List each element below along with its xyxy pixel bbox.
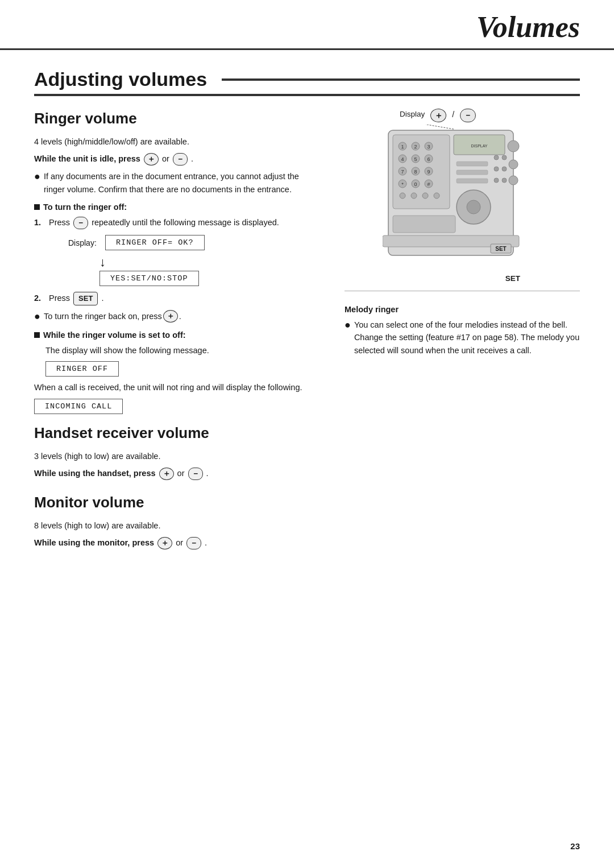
svg-text:8: 8 xyxy=(414,169,417,175)
svg-point-37 xyxy=(494,167,499,171)
top-plus-btn: ＋ xyxy=(430,109,446,122)
when-call-text: When a call is received, the unit will n… xyxy=(34,381,322,394)
bullet-dot: ● xyxy=(34,170,40,183)
melody-bullet-dot: ● xyxy=(345,319,351,332)
fax-machine-svg: 1 2 3 4 5 6 xyxy=(383,125,542,290)
svg-point-39 xyxy=(494,178,499,183)
handset-instruction: While using the handset, press ＋ or － . xyxy=(34,467,322,480)
plus-button-back-on: ＋ xyxy=(163,310,178,323)
svg-rect-43 xyxy=(457,179,488,183)
svg-point-28 xyxy=(422,193,428,199)
handset-plus-btn: ＋ xyxy=(159,468,174,480)
top-minus-btn: － xyxy=(460,109,476,122)
svg-point-45 xyxy=(467,200,480,214)
monitor-minus-btn: － xyxy=(186,537,201,549)
step1-minus-button: － xyxy=(73,217,88,229)
handset-intro: 3 levels (high to low) are available. xyxy=(34,450,322,462)
svg-text:DISPLAY: DISPLAY xyxy=(471,144,487,148)
display-incoming-call-container: INCOMING CALL xyxy=(34,399,322,414)
svg-rect-46 xyxy=(393,216,455,233)
melody-section: Melody ringer ● You can select one of th… xyxy=(345,305,580,360)
svg-text:1: 1 xyxy=(401,144,404,150)
svg-point-32 xyxy=(508,140,519,152)
display-label-top: Display xyxy=(400,110,425,118)
svg-text:3: 3 xyxy=(427,144,430,150)
black-square-icon xyxy=(34,204,40,210)
svg-text:#: # xyxy=(427,181,430,187)
set-button-step2: SET xyxy=(73,292,98,305)
monitor-plus-btn: ＋ xyxy=(157,537,172,549)
black-square-icon-2 xyxy=(34,332,40,338)
svg-point-35 xyxy=(494,155,499,160)
svg-text:SET: SET xyxy=(495,246,506,252)
melody-text: You can select one of the four melodies … xyxy=(354,319,580,357)
svg-text:0: 0 xyxy=(414,181,417,187)
melody-title: Melody ringer xyxy=(345,305,580,314)
display-ringer-off-container: RINGER OFF xyxy=(45,361,322,377)
svg-text:5: 5 xyxy=(414,156,417,162)
svg-point-40 xyxy=(502,178,507,183)
handset-volume-heading: Handset receiver volume xyxy=(34,424,322,442)
display-box-2: YES:SET/NO:STOP xyxy=(99,271,199,286)
idle-instruction: While the unit is idle, press ＋ or － . xyxy=(34,152,322,166)
svg-text:4: 4 xyxy=(401,156,404,162)
display-box-1: RINGER OFF= OK? xyxy=(105,235,205,250)
monitor-intro: 8 levels (high to low) are available. xyxy=(34,519,322,532)
device-illustration-container: Display ＋ / － xyxy=(383,110,542,283)
ringer-intro: 4 levels (high/middle/low/off) are avail… xyxy=(34,135,322,148)
ringer-off-heading: To turn the ringer off: xyxy=(34,202,322,212)
page-number: 23 xyxy=(570,841,580,851)
ringer-volume-heading: Ringer volume xyxy=(34,110,322,127)
svg-rect-41 xyxy=(457,162,488,166)
section-title: Adjusting volumes xyxy=(34,68,580,96)
svg-text:9: 9 xyxy=(427,169,430,175)
step-2: 2. Press SET . xyxy=(34,292,322,305)
monitor-instruction: While using the monitor, press ＋ or － . xyxy=(34,536,322,549)
svg-point-38 xyxy=(502,167,507,171)
svg-text:2: 2 xyxy=(414,144,417,150)
svg-text:6: 6 xyxy=(427,156,430,162)
display-ringer-off: RINGER OFF xyxy=(45,361,119,377)
ringer-bullet1: ● If any documents are in the document e… xyxy=(34,170,322,196)
svg-text:7: 7 xyxy=(401,169,404,175)
melody-bullet: ● You can select one of the four melodie… xyxy=(345,319,580,357)
arrow-down: ↓ xyxy=(99,256,322,268)
step-1: 1. Press － repeatedly until the followin… xyxy=(34,216,322,229)
svg-point-26 xyxy=(400,193,405,199)
handset-minus-btn: － xyxy=(188,468,203,480)
svg-point-33 xyxy=(509,160,518,169)
left-column: Ringer volume 4 levels (high/middle/low/… xyxy=(34,110,322,554)
minus-button-symbol: － xyxy=(173,153,188,166)
svg-point-29 xyxy=(434,193,439,199)
svg-rect-42 xyxy=(457,170,488,175)
bullet-dot-2: ● xyxy=(34,310,40,323)
display-incoming-call: INCOMING CALL xyxy=(34,399,123,414)
display-row-1: Display: RINGER OFF= OK? xyxy=(68,235,322,250)
svg-point-27 xyxy=(411,193,417,199)
ringer-off-set-heading: While the ringer volume is set to off: xyxy=(34,330,322,340)
ringer-off-msg: The display will show the following mess… xyxy=(45,344,322,357)
svg-line-50 xyxy=(410,125,454,129)
right-column: Display ＋ / － xyxy=(345,110,580,360)
svg-point-34 xyxy=(509,176,518,185)
monitor-volume-heading: Monitor volume xyxy=(34,494,322,511)
ringer-bullet2: ● To turn the ringer back on, press ＋ . xyxy=(34,310,322,323)
svg-point-36 xyxy=(502,155,507,160)
plus-button-symbol: ＋ xyxy=(144,153,159,166)
svg-text:*: * xyxy=(401,181,404,187)
display-box-2-container: YES:SET/NO:STOP xyxy=(99,271,322,286)
